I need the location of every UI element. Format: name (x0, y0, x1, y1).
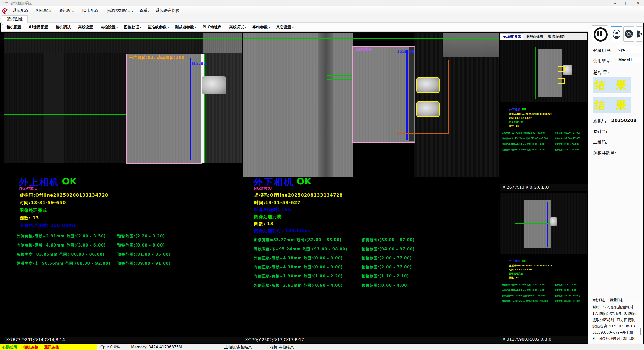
tab-line-curve[interactable]: 料线曲线图 (525, 34, 545, 40)
blue-measure-line (190, 58, 191, 160)
mini-measurement: 预警范围:(83.00 - 87.00) (555, 132, 580, 134)
mini-measurement: 预警范围:(89.00 - 91.00) (555, 300, 580, 303)
tool-baseline-params[interactable]: 基准线参数▾ (145, 23, 171, 32)
tool-plc-address[interactable]: PLC地址库 (200, 23, 225, 32)
mini-measurement: 预警范围:(2.00 - 77.00) (555, 143, 579, 146)
mini-measurement: 隔膜宽度-上=90.56mm 范围:(88.00 - 92.00) (502, 300, 548, 303)
ng-count: NG次数:1 (19, 186, 37, 191)
tab-run-log[interactable]: 运行日志 (591, 297, 607, 303)
model-input[interactable] (617, 57, 642, 63)
log-tab-strip: 运行日志 设置日志 错误日志 (591, 297, 642, 303)
info-process-done: 图像处理完成 (20, 207, 47, 213)
result-box-top: 结 果 (593, 77, 631, 93)
tool-ai-config[interactable]: AI使用配置 (26, 23, 52, 32)
log-scrollbar[interactable] (640, 328, 641, 335)
mini-measurement: 预警范围:(2.00 - 77.00) (555, 148, 579, 151)
measurement: 外侧正极-负极=2.61mm 范围:(0.60 - 4.00) (254, 283, 343, 288)
tool-camera-config[interactable]: 相机配置 (4, 23, 25, 32)
measurement: 内侧负极-隔膜=4.60mm 范围:(3.00 - 6.00) (17, 243, 106, 248)
mini-info: 图像处理完成 (509, 121, 523, 124)
metal-tab-blob (202, 76, 226, 94)
measurement: 外侧正极-隔膜=4.38mm 范围:(0.00 - 9.00) (254, 256, 343, 261)
info-virtual-code: 虚拟码:Offline20250208133134728 (254, 192, 343, 198)
menu-view[interactable]: 查看▾ (137, 6, 152, 15)
tab-strip: 运行图像 (0, 15, 644, 23)
app-logo-icon (1, 7, 9, 15)
exit-button[interactable] (636, 26, 643, 42)
close-icon[interactable]: ✕ (632, 0, 644, 6)
left-camera-view[interactable]: 平均阈值:93, 动态阈值:100 85.83 外上相机 OK NG次数:1 虚… (4, 33, 242, 337)
login-user-input[interactable] (617, 46, 642, 53)
tab-data-curve[interactable]: 数据曲线图 (546, 34, 567, 40)
menu-comm-config[interactable]: 通讯配置 (56, 6, 78, 15)
mini-camera-result: OK (522, 108, 526, 111)
warn-range: 预警范围:(94.00 - 97.00) (362, 247, 415, 252)
tool-other-settings[interactable]: 其它设置▾ (274, 23, 296, 32)
model-label: 使用型号: (593, 58, 612, 64)
menu-io-config[interactable]: IO卡配置▾ (80, 6, 103, 15)
tool-char-params[interactable]: 字符参数▾ (250, 23, 272, 32)
virtual-code-value: 20250208 (611, 118, 636, 123)
warn-range: 预警范围:(2.20 - 3.20) (117, 234, 165, 239)
maximize-icon[interactable]: □ (621, 0, 632, 6)
tool-offline-debug[interactable]: 离线调试▾ (227, 23, 249, 32)
middle-camera-status: X:270;Y:2502;R:17;G:17;B:17 (243, 337, 501, 343)
tool-image-processing[interactable]: 图像处理▾ (121, 23, 144, 32)
minimize-icon[interactable]: – (609, 0, 621, 6)
measurement: 内侧正极-隔膜=4.38mm 范围:(0.00 - 9.00) (254, 265, 343, 270)
cpu-status: Cpu: 0.0% (100, 344, 120, 350)
tool-offline-settings[interactable]: 离线设置 (75, 23, 96, 32)
status-signal-group: 心跳信号 相机连接 通讯连接 (0, 344, 97, 350)
tab-run-image[interactable]: 运行图像 (2, 15, 28, 23)
warn-range: 预警范围:(0.00 - 8.00) (117, 243, 165, 248)
tab-detect-box (416, 101, 440, 117)
middle-camera-view[interactable]: AI检测框 123.88 外下相机 OK NG次数:0 虚拟码:Offline2… (243, 33, 499, 337)
user-group-button[interactable] (623, 26, 634, 42)
result-box-bottom: 结 果 (593, 97, 631, 113)
threshold-overlay-text: 平均阈值:93, 动态阈值:100 (129, 55, 184, 60)
info-virtual-code: 虚拟码:Offline20250208133134728 (20, 192, 108, 198)
menu-light-config[interactable]: 光源控制配置▾ (104, 6, 136, 15)
info-loop-count: 圈数: 13 (254, 221, 273, 227)
window-title: CYS-视觉检测系统 (3, 1, 32, 6)
ng-tab-strip: NG截图显示 料线曲线图 数据曲线图 (500, 33, 587, 40)
pause-button[interactable] (592, 25, 608, 42)
mini-measurement: 内侧正极-隔膜=4.38mm 范围:(0.00 - 9.00) (502, 148, 545, 151)
warn-range: 预警范围:(0.60 - 4.00) (362, 283, 409, 288)
menu-system-config[interactable]: 系统配置 (10, 6, 32, 15)
sidebar: 登录用户: 使用型号: 总结果: 结 果 结 果 虚拟码: 20250208 卷… (588, 23, 643, 344)
info-process-time: 图像处理耗时: 258.00ms (20, 223, 76, 228)
tool-camera-debug[interactable]: 相机调试 (53, 23, 74, 32)
ng-snapshot-top[interactable]: 外下相机 OK 虚拟码:Offline20250208133134728 时间:… (500, 40, 587, 184)
login-user-button[interactable] (611, 26, 622, 42)
ng-snapshot-bottom[interactable]: 外上相机 OK 虚拟码:Offline20250208133134728 时间:… (500, 193, 587, 336)
measurement: 内侧正极-负极=1.90mm 范围:(1.00 - 2.20) (254, 274, 343, 279)
tool-spot-check[interactable]: 点检设置▾ (98, 23, 120, 32)
qr-code-label: 二维码: (593, 139, 607, 145)
tool-test-params[interactable]: 测试项参数▾ (172, 23, 199, 32)
orange-roi-box (397, 60, 449, 134)
mini-measurement: 隔膜宽度-下=95.24mm 范围:(93.00 - 98.00) (502, 137, 548, 140)
measurement: 正极宽度=83.77mm 范围:(82.00 - 88.00) (254, 238, 342, 242)
menu-language-switch[interactable]: 系统语言切换 (153, 6, 183, 15)
info-time: 时间:13-31-59-650 (20, 200, 66, 206)
menu-items: 系统配置 相机配置 通讯配置 IO卡配置▾ 光源控制配置▾ 查看▾ 系统语言切换 (10, 6, 183, 15)
blue-value-label: 85.83 (192, 61, 207, 66)
menu-camera-config[interactable]: 相机配置 (33, 6, 55, 15)
tab-ng-screenshot[interactable]: NG截图显示 (500, 33, 523, 40)
virtual-code-label: 虚拟码: (593, 118, 607, 124)
toolbar-grip[interactable] (2, 24, 3, 30)
warn-range: 预警范围:(81.00 - 85.00) (117, 252, 171, 257)
title-bar: CYS-视觉检测系统 – □ ✕ (0, 0, 644, 7)
toolbar: 相机配置 AI使用配置 相机调试 离线设置 点检设置▾ 图像处理▾ 基准线参数▾… (1, 23, 642, 32)
tab-settings-log[interactable]: 设置日志 (608, 297, 625, 303)
warn-range: 预警范围:(83.00 - 87.00) (362, 238, 415, 242)
tab-detect-box (416, 77, 440, 93)
mini-measurement: 预警范围:(2.20 - 3.20) (555, 283, 577, 286)
ng-snapshot-bottom-status: X:311;Y:980;R:0;G:0;B:0 (500, 336, 589, 343)
status-bar: 心跳信号 相机连接 通讯连接 Cpu: 0.0% Memory: 3424.41… (0, 344, 644, 350)
mini-info: 虚拟码:Offline20250208133134728 (509, 113, 552, 116)
info-time: 时间:13-31-59-627 (254, 200, 300, 206)
warn-range: 预警范围:(89.00 - 91.00) (117, 261, 171, 266)
measurement: 隔膜宽度-下=95.24mm 范围:(93.00 - 98.00) (254, 247, 347, 252)
